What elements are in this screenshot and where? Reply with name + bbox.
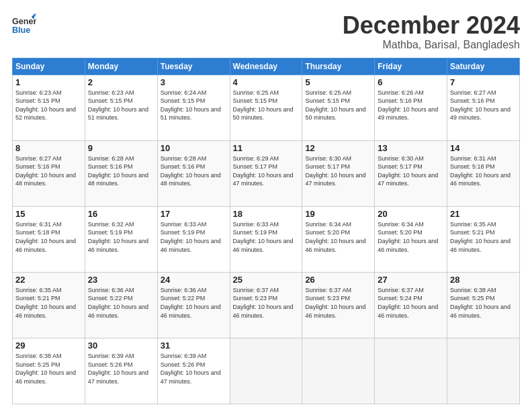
cell-info: Sunrise: 6:37 AM Sunset: 5:23 PM Dayligh… (233, 286, 300, 320)
day-number: 25 (233, 275, 300, 285)
day-number: 16 (88, 209, 154, 219)
calendar-cell: 28 Sunrise: 6:38 AM Sunset: 5:25 PM Dayl… (447, 272, 520, 338)
calendar-cell: 27 Sunrise: 6:37 AM Sunset: 5:24 PM Dayl… (375, 272, 447, 338)
week-row-5: 29 Sunrise: 6:38 AM Sunset: 5:25 PM Dayl… (13, 338, 520, 404)
cell-info: Sunrise: 6:23 AM Sunset: 5:15 PM Dayligh… (88, 89, 154, 122)
cell-info: Sunrise: 6:35 AM Sunset: 5:21 PM Dayligh… (15, 286, 82, 320)
calendar-cell: 31 Sunrise: 6:39 AM Sunset: 5:26 PM Dayl… (157, 338, 230, 404)
day-number: 18 (233, 209, 300, 219)
cell-info: Sunrise: 6:25 AM Sunset: 5:15 PM Dayligh… (233, 89, 300, 122)
cell-info: Sunrise: 6:38 AM Sunset: 5:25 PM Dayligh… (450, 286, 517, 320)
calendar-cell: 12 Sunrise: 6:30 AM Sunset: 5:17 PM Dayl… (302, 140, 375, 206)
day-number: 5 (305, 77, 371, 87)
cell-info: Sunrise: 6:39 AM Sunset: 5:26 PM Dayligh… (161, 352, 227, 385)
day-number: 1 (15, 77, 82, 87)
day-number: 19 (305, 209, 371, 219)
col-sunday: Sunday (13, 58, 85, 75)
day-number: 23 (88, 275, 154, 285)
calendar-cell: 6 Sunrise: 6:26 AM Sunset: 5:16 PM Dayli… (375, 75, 447, 140)
cell-info: Sunrise: 6:37 AM Sunset: 5:24 PM Dayligh… (378, 286, 444, 320)
cell-info: Sunrise: 6:27 AM Sunset: 5:16 PM Dayligh… (450, 89, 517, 122)
calendar-cell: 11 Sunrise: 6:29 AM Sunset: 5:17 PM Dayl… (230, 140, 302, 206)
calendar-table: Sunday Monday Tuesday Wednesday Thursday… (12, 58, 520, 404)
day-number: 14 (450, 143, 517, 153)
calendar-cell: 17 Sunrise: 6:33 AM Sunset: 5:19 PM Dayl… (157, 206, 230, 272)
cell-info: Sunrise: 6:33 AM Sunset: 5:19 PM Dayligh… (161, 220, 227, 254)
cell-info: Sunrise: 6:29 AM Sunset: 5:17 PM Dayligh… (233, 154, 300, 188)
day-number: 9 (88, 143, 154, 153)
day-number: 17 (161, 209, 227, 219)
cell-info: Sunrise: 6:35 AM Sunset: 5:21 PM Dayligh… (450, 220, 517, 254)
calendar-cell (302, 338, 375, 404)
calendar-cell: 23 Sunrise: 6:36 AM Sunset: 5:22 PM Dayl… (85, 272, 157, 338)
calendar-cell: 9 Sunrise: 6:28 AM Sunset: 5:16 PM Dayli… (85, 140, 157, 206)
day-number: 4 (233, 77, 300, 87)
col-friday: Friday (375, 58, 447, 75)
calendar-cell: 8 Sunrise: 6:27 AM Sunset: 5:16 PM Dayli… (13, 140, 85, 206)
day-number: 24 (161, 275, 227, 285)
week-row-4: 22 Sunrise: 6:35 AM Sunset: 5:21 PM Dayl… (13, 272, 520, 338)
calendar-page: General Blue December 2024 Mathba, Baris… (0, 0, 532, 411)
cell-info: Sunrise: 6:34 AM Sunset: 5:20 PM Dayligh… (378, 220, 444, 254)
day-number: 28 (450, 275, 517, 285)
day-number: 3 (161, 77, 227, 87)
cell-info: Sunrise: 6:25 AM Sunset: 5:15 PM Dayligh… (305, 89, 371, 122)
cell-info: Sunrise: 6:38 AM Sunset: 5:25 PM Dayligh… (15, 352, 82, 385)
calendar-cell: 3 Sunrise: 6:24 AM Sunset: 5:15 PM Dayli… (157, 75, 230, 140)
calendar-cell: 1 Sunrise: 6:23 AM Sunset: 5:15 PM Dayli… (13, 75, 85, 140)
day-number: 15 (15, 209, 82, 219)
logo-icon: General Blue (12, 12, 36, 36)
calendar-cell: 15 Sunrise: 6:31 AM Sunset: 5:18 PM Dayl… (13, 206, 85, 272)
cell-info: Sunrise: 6:31 AM Sunset: 5:18 PM Dayligh… (15, 220, 82, 254)
calendar-cell: 13 Sunrise: 6:30 AM Sunset: 5:17 PM Dayl… (375, 140, 447, 206)
col-tuesday: Tuesday (157, 58, 230, 75)
calendar-cell (375, 338, 447, 404)
title-area: December 2024 Mathba, Barisal, Banglades… (343, 12, 520, 51)
day-number: 8 (15, 143, 82, 153)
week-row-2: 8 Sunrise: 6:27 AM Sunset: 5:16 PM Dayli… (13, 140, 520, 206)
calendar-cell: 29 Sunrise: 6:38 AM Sunset: 5:25 PM Dayl… (13, 338, 85, 404)
col-monday: Monday (85, 58, 157, 75)
cell-info: Sunrise: 6:28 AM Sunset: 5:16 PM Dayligh… (161, 154, 227, 188)
cell-info: Sunrise: 6:27 AM Sunset: 5:16 PM Dayligh… (15, 154, 82, 188)
calendar-cell: 21 Sunrise: 6:35 AM Sunset: 5:21 PM Dayl… (447, 206, 520, 272)
calendar-cell: 10 Sunrise: 6:28 AM Sunset: 5:16 PM Dayl… (157, 140, 230, 206)
cell-info: Sunrise: 6:34 AM Sunset: 5:20 PM Dayligh… (305, 220, 371, 254)
calendar-cell: 19 Sunrise: 6:34 AM Sunset: 5:20 PM Dayl… (302, 206, 375, 272)
day-number: 31 (161, 340, 227, 351)
calendar-cell: 22 Sunrise: 6:35 AM Sunset: 5:21 PM Dayl… (13, 272, 85, 338)
month-title: December 2024 (343, 12, 520, 39)
cell-info: Sunrise: 6:28 AM Sunset: 5:16 PM Dayligh… (88, 154, 154, 188)
calendar-cell: 24 Sunrise: 6:36 AM Sunset: 5:22 PM Dayl… (157, 272, 230, 338)
cell-info: Sunrise: 6:30 AM Sunset: 5:17 PM Dayligh… (305, 154, 371, 188)
calendar-cell: 2 Sunrise: 6:23 AM Sunset: 5:15 PM Dayli… (85, 75, 157, 140)
col-saturday: Saturday (447, 58, 520, 75)
col-wednesday: Wednesday (230, 58, 302, 75)
calendar-cell: 7 Sunrise: 6:27 AM Sunset: 5:16 PM Dayli… (447, 75, 520, 140)
calendar-cell (447, 338, 520, 404)
cell-info: Sunrise: 6:30 AM Sunset: 5:17 PM Dayligh… (378, 154, 444, 188)
cell-info: Sunrise: 6:36 AM Sunset: 5:22 PM Dayligh… (88, 286, 154, 320)
calendar-cell: 26 Sunrise: 6:37 AM Sunset: 5:23 PM Dayl… (302, 272, 375, 338)
day-number: 7 (450, 77, 517, 87)
day-number: 26 (305, 275, 371, 285)
cell-info: Sunrise: 6:39 AM Sunset: 5:26 PM Dayligh… (88, 352, 154, 385)
cell-info: Sunrise: 6:23 AM Sunset: 5:15 PM Dayligh… (15, 89, 82, 122)
col-thursday: Thursday (302, 58, 375, 75)
calendar-cell: 16 Sunrise: 6:32 AM Sunset: 5:19 PM Dayl… (85, 206, 157, 272)
location: Mathba, Barisal, Bangladesh (343, 39, 520, 51)
cell-info: Sunrise: 6:24 AM Sunset: 5:15 PM Dayligh… (161, 89, 227, 122)
svg-text:Blue: Blue (12, 26, 30, 35)
day-number: 30 (88, 340, 154, 351)
header: General Blue December 2024 Mathba, Baris… (12, 12, 520, 51)
week-row-1: 1 Sunrise: 6:23 AM Sunset: 5:15 PM Dayli… (13, 75, 520, 140)
cell-info: Sunrise: 6:36 AM Sunset: 5:22 PM Dayligh… (161, 286, 227, 320)
day-number: 12 (305, 143, 371, 153)
day-number: 10 (161, 143, 227, 153)
cell-info: Sunrise: 6:37 AM Sunset: 5:23 PM Dayligh… (305, 286, 371, 320)
calendar-cell: 25 Sunrise: 6:37 AM Sunset: 5:23 PM Dayl… (230, 272, 302, 338)
day-number: 6 (378, 77, 444, 87)
cell-info: Sunrise: 6:33 AM Sunset: 5:19 PM Dayligh… (233, 220, 300, 254)
day-number: 22 (15, 275, 82, 285)
cell-info: Sunrise: 6:31 AM Sunset: 5:18 PM Dayligh… (450, 154, 517, 188)
